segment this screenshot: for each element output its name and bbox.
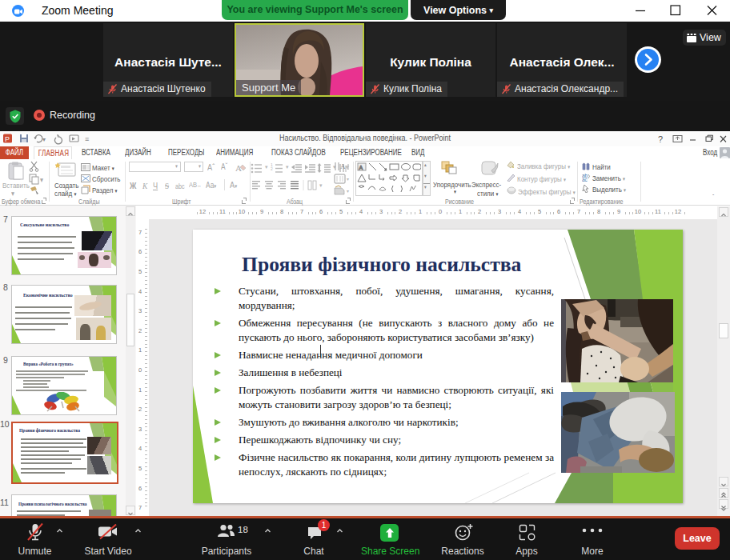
svg-text:?: ? [658,134,663,144]
svg-text:P: P [5,135,10,143]
svg-text:▾: ▾ [347,177,349,182]
svg-text:≡: ≡ [85,135,89,143]
svg-text:▾: ▾ [286,164,289,170]
svg-text:2: 2 [271,166,273,171]
svg-text:▾: ▾ [347,164,349,169]
svg-text:▾: ▾ [347,189,349,194]
svg-text:▾: ▾ [319,182,323,188]
svg-text:▾: ▾ [265,164,268,170]
svg-text:ac: ac [582,177,588,182]
svg-text:А: А [340,162,346,170]
svg-text:А: А [359,165,363,170]
svg-text:▾: ▾ [42,136,46,143]
